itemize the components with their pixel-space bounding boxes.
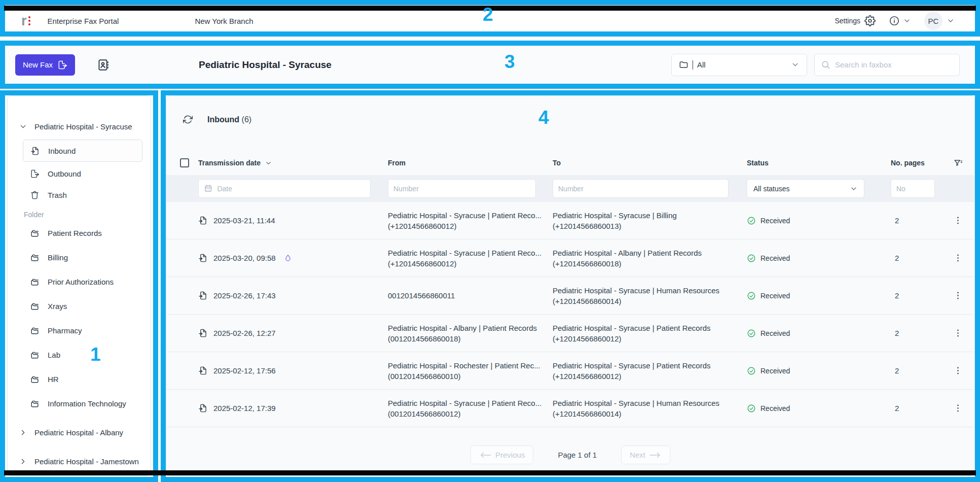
check-circle-icon bbox=[747, 329, 756, 338]
refresh-icon[interactable] bbox=[183, 115, 193, 124]
from-name: Pediatric Hospital - Syracuse | Patient … bbox=[388, 210, 553, 221]
account-label: Pediatric Hospital - Jamestown bbox=[34, 457, 139, 466]
folder-label: Billing bbox=[48, 253, 68, 262]
select-all-checkbox[interactable] bbox=[180, 158, 189, 167]
stacked-folder-icon bbox=[30, 228, 40, 238]
column-label: From bbox=[388, 159, 406, 167]
arrow-left-icon bbox=[479, 451, 492, 460]
stacked-folder-icon bbox=[30, 374, 40, 384]
contacts-button[interactable] bbox=[96, 58, 110, 72]
sidebar-account-albany[interactable]: Pediatric Hospital - Albany bbox=[17, 420, 142, 444]
sidebar-folder-pharmacy[interactable]: Pharmacy bbox=[17, 318, 142, 342]
gear-icon bbox=[864, 15, 876, 26]
info-menu-button[interactable] bbox=[889, 15, 911, 26]
view-count: (6) bbox=[242, 115, 252, 124]
text-cursor bbox=[693, 60, 693, 70]
account-label: Pediatric Hospital - Albany bbox=[34, 428, 123, 437]
chevron-down-icon bbox=[791, 60, 800, 69]
chevron-right-icon bbox=[19, 428, 27, 437]
check-circle-icon bbox=[747, 216, 756, 225]
column-status: Status bbox=[747, 159, 891, 167]
sidebar-folder-patient-records[interactable]: Patient Records bbox=[17, 221, 142, 245]
row-actions-button[interactable] bbox=[941, 291, 974, 300]
folder-label: Pharmacy bbox=[48, 326, 82, 335]
transmission-date: 2025-02-12, 17:56 bbox=[213, 366, 276, 375]
page-count: 2 bbox=[891, 329, 941, 337]
from-name: Pediatric Hospital - Syracuse | Patient … bbox=[388, 398, 553, 408]
sidebar-folder-lab[interactable]: Lab bbox=[17, 342, 142, 367]
to-number: (+12014566860012) bbox=[553, 371, 747, 382]
sidebar-folder-billing[interactable]: Billing bbox=[17, 245, 142, 269]
folder-filter-value: All bbox=[697, 60, 706, 69]
sidebar-folder-information-technology[interactable]: Information Technology bbox=[17, 391, 142, 416]
new-fax-button[interactable]: New Fax bbox=[15, 54, 75, 76]
settings-label: Settings bbox=[834, 17, 860, 25]
sidebar-account-jamestown[interactable]: Pediatric Hospital - Jamestown bbox=[17, 449, 142, 473]
folder-label: Xrays bbox=[48, 302, 67, 311]
fax-table-row[interactable]: 2025-02-26, 17:43 0012014566860011 Pedia… bbox=[166, 277, 974, 315]
kebab-menu-icon bbox=[953, 291, 963, 300]
previous-label: Previous bbox=[495, 451, 525, 459]
to-number-filter-input[interactable] bbox=[558, 185, 723, 193]
folder-label: Information Technology bbox=[48, 399, 126, 408]
chevron-down-icon bbox=[850, 185, 858, 193]
status-filter-select[interactable]: All statuses bbox=[747, 179, 864, 198]
row-actions-button[interactable] bbox=[941, 366, 974, 375]
sidebar-account-syracuse[interactable]: Pediatric Hospital - Syracuse bbox=[17, 119, 142, 133]
sidebar-item-outbound[interactable]: Outbound bbox=[17, 163, 142, 184]
stacked-folder-icon bbox=[30, 301, 40, 311]
transmission-date: 2025-02-26, 17:43 bbox=[213, 291, 276, 300]
previous-page-button[interactable]: Previous bbox=[470, 445, 533, 464]
inbound-document-icon bbox=[198, 253, 208, 263]
settings-button[interactable]: Settings bbox=[834, 15, 876, 26]
row-actions-button[interactable] bbox=[941, 328, 974, 338]
date-filter-input[interactable] bbox=[217, 185, 365, 193]
row-actions-button[interactable] bbox=[941, 253, 974, 263]
fax-table-row[interactable]: 2025-02-12, 17:39 Pediatric Hospital - S… bbox=[166, 390, 974, 427]
arrow-right-icon bbox=[648, 451, 662, 460]
sidebar-folder-hr[interactable]: HR bbox=[17, 367, 142, 391]
sidebar-folder-prior-authorizations[interactable]: Prior Authorizations bbox=[17, 269, 142, 294]
user-menu-button[interactable]: PC bbox=[924, 12, 955, 30]
sidebar-folder-xrays[interactable]: Xrays bbox=[17, 294, 142, 318]
to-number: (+12014566860014) bbox=[553, 296, 747, 306]
column-filter-button[interactable] bbox=[941, 158, 974, 168]
sidebar-item-label: Outbound bbox=[48, 169, 81, 178]
faxbox-search bbox=[814, 54, 960, 76]
app-title: Enterprise Fax Portal bbox=[48, 17, 119, 25]
next-page-button[interactable]: Next bbox=[621, 445, 670, 464]
folder-filter-select[interactable]: All bbox=[671, 54, 807, 76]
column-from: From bbox=[388, 159, 553, 167]
fax-table-row[interactable]: 2025-03-21, 11:44 Pediatric Hospital - S… bbox=[166, 202, 974, 239]
kebab-menu-icon bbox=[953, 216, 963, 225]
check-circle-icon bbox=[747, 291, 756, 300]
column-label: To bbox=[553, 159, 561, 167]
stacked-folder-icon bbox=[30, 277, 40, 287]
row-actions-button[interactable] bbox=[941, 403, 974, 413]
folder-section-label: Folder bbox=[24, 211, 142, 219]
to-name: Pediatric Hospital - Syracuse | Billing bbox=[553, 210, 747, 221]
fax-table-row[interactable]: 2025-02-12, 17:56 Pediatric Hospital - R… bbox=[166, 352, 974, 390]
column-transmission-date[interactable]: Transmission date bbox=[198, 159, 388, 167]
date-filter-field bbox=[198, 179, 371, 198]
fax-table-row[interactable]: 2025-02-26, 12:27 Pediatric Hospital - A… bbox=[166, 315, 974, 352]
toolbar: New Fax Pediatric Hospital - Syracuse Al… bbox=[5, 46, 975, 84]
from-name: Pediatric Hospital - Syracuse | Patient … bbox=[388, 248, 553, 258]
sidebar-item-trash[interactable]: Trash bbox=[17, 184, 142, 205]
status-badge: Received bbox=[760, 292, 790, 300]
to-name: Pediatric Hospital - Syracuse | Patient … bbox=[553, 323, 747, 333]
row-actions-button[interactable] bbox=[941, 216, 974, 225]
from-number: (+12014566860012) bbox=[388, 221, 553, 231]
sort-chevron-icon[interactable] bbox=[265, 159, 272, 167]
search-input[interactable] bbox=[835, 60, 953, 69]
from-name: Pediatric Hospital - Albany | Patient Re… bbox=[388, 323, 553, 333]
stacked-folder-icon bbox=[30, 253, 40, 262]
from-number-filter-input[interactable] bbox=[393, 185, 530, 193]
trash-icon bbox=[30, 190, 40, 200]
status-badge: Received bbox=[760, 254, 790, 262]
search-icon bbox=[821, 60, 830, 70]
sidebar-item-inbound[interactable]: Inbound bbox=[23, 140, 142, 162]
pages-filter-input[interactable] bbox=[896, 185, 929, 193]
folder-label: HR bbox=[48, 375, 59, 384]
fax-table-row[interactable]: 2025-03-20, 09:58 Pediatric Hospital - S… bbox=[166, 239, 974, 277]
